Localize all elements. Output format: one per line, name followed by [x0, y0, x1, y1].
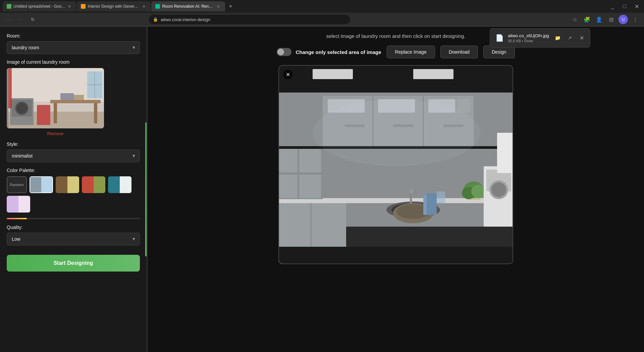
popup-file-icon: 📄	[495, 33, 504, 43]
svg-rect-20	[313, 69, 353, 79]
popup-info: aitwo.co_x6UjGfn.jpg 35.6 KB • Done	[508, 33, 549, 43]
lock-icon: 🔒	[153, 17, 158, 22]
extension-icon[interactable]: 🧩	[582, 15, 592, 24]
new-tab-button[interactable]: +	[226, 2, 235, 11]
swatch-2-left	[56, 176, 67, 193]
svg-rect-46	[427, 193, 437, 215]
palette-swatch-5[interactable]	[7, 196, 30, 213]
instruction-text: select image of laundry room and then cl…	[326, 33, 465, 39]
popup-open-button[interactable]: ↗	[565, 33, 575, 43]
swatch-5-right	[18, 196, 30, 213]
svg-rect-59	[299, 149, 321, 172]
tab-close-interior[interactable]: ✕	[141, 4, 147, 9]
tab-title-spreadsheet: Untitled spreadsheet - Goo...	[13, 4, 65, 9]
url-text: aitwo.co/ai-interior-design	[161, 17, 210, 22]
tab-bar: Untitled spreadsheet - Goo... ✕ Interior…	[0, 0, 644, 13]
popup-done-status: Done	[524, 39, 533, 43]
svg-point-9	[16, 103, 27, 114]
modal-close-button[interactable]: ✕	[283, 70, 292, 79]
main-content: select image of laundry room and then cl…	[148, 26, 644, 352]
palette-swatch-2[interactable]	[56, 176, 79, 193]
swatch-3-left	[82, 176, 94, 193]
tab-close-room[interactable]: ✕	[216, 4, 221, 9]
sidebar-icon[interactable]: ⊟	[606, 15, 616, 24]
quality-select-wrapper: Low Medium High ▼	[7, 233, 140, 245]
address-bar: ← → ↻ 🔒 aitwo.co/ai-interior-design ☆ 🧩 …	[0, 13, 644, 26]
start-designing-button[interactable]: Start Designing	[7, 255, 140, 272]
tab-title-interior: Interior Design with Generati...	[88, 4, 139, 9]
tab-title-room: Room Renovation AI: Renova...	[162, 4, 214, 9]
minimize-button[interactable]: _	[608, 2, 617, 11]
forward-button[interactable]: →	[16, 15, 25, 24]
svg-rect-56	[279, 247, 513, 263]
back-button[interactable]: ←	[4, 15, 13, 24]
tab-favicon-interior	[81, 4, 86, 9]
generated-image	[279, 66, 513, 263]
tab-favicon-room	[155, 4, 160, 9]
svg-rect-11	[50, 100, 101, 103]
download-button[interactable]: Download	[440, 46, 478, 58]
progress-bar	[7, 218, 140, 219]
toolbar-icons: ☆ 🧩 👤 ⊟ U ⋮	[570, 15, 640, 24]
palette-swatch-3[interactable]	[82, 176, 105, 193]
svg-point-62	[313, 99, 480, 166]
quality-select[interactable]: Low Medium High	[7, 233, 140, 245]
download-popup: 📄 aitwo.co_x6UjGfn.jpg 35.6 KB • Done 📁 …	[490, 28, 590, 48]
swatch-5-left	[7, 196, 18, 213]
palette-random-label: Random	[10, 183, 24, 187]
swatch-1-right	[41, 177, 52, 192]
swatch-4-left	[108, 176, 120, 193]
svg-point-54	[491, 182, 506, 197]
popup-status: 35.6 KB • Done	[508, 39, 549, 43]
toggle-label-text: Change only selected area of image	[296, 49, 381, 55]
swatch-4-right	[120, 176, 131, 193]
reload-button[interactable]: ↻	[28, 15, 38, 24]
room-image-upload[interactable]	[7, 68, 104, 128]
controls-row: Change only selected area of image Repla…	[277, 46, 515, 58]
style-select[interactable]: minimalist modern traditional scandinavi…	[7, 150, 140, 162]
settings-icon[interactable]: ⋮	[631, 15, 640, 24]
window-close-button[interactable]: ✕	[632, 2, 641, 11]
profile-icon[interactable]: 👤	[594, 15, 604, 24]
popup-close-button[interactable]: ✕	[577, 33, 587, 43]
toggle-container: Change only selected area of image	[277, 48, 381, 56]
swatch-2-right	[67, 176, 79, 193]
palette-random[interactable]: Random	[7, 176, 27, 193]
color-palette-section: Color Palette: Random	[7, 168, 140, 213]
room-label: Room:	[7, 33, 140, 39]
room-select[interactable]: laundry room bedroom living room kitchen…	[7, 41, 140, 54]
swatch-1-left	[30, 177, 41, 192]
tab-room-renovation[interactable]: Room Renovation AI: Renova... ✕	[151, 1, 225, 11]
green-accent-line	[145, 122, 147, 256]
popup-actions: 📁 ↗ ✕	[553, 33, 587, 43]
svg-rect-21	[413, 69, 453, 79]
toggle-switch[interactable]	[277, 48, 291, 56]
quality-label: Quality:	[7, 225, 140, 230]
svg-rect-58	[279, 149, 298, 172]
style-section: Style: minimalist modern traditional sca…	[7, 141, 140, 162]
palette-swatch-1[interactable]	[30, 176, 53, 193]
browser-chrome: Untitled spreadsheet - Goo... ✕ Interior…	[0, 0, 644, 26]
user-avatar[interactable]: U	[619, 15, 628, 24]
palette-label: Color Palette:	[7, 168, 140, 173]
replace-image-button[interactable]: Replace Image	[387, 46, 435, 58]
image-modal: ✕	[278, 65, 513, 264]
room-image-svg	[7, 68, 104, 128]
svg-rect-15	[74, 95, 84, 100]
popup-filename: aitwo.co_x6UjGfn.jpg	[508, 33, 549, 38]
palette-swatch-4[interactable]	[108, 176, 131, 193]
url-bar[interactable]: 🔒 aitwo.co/ai-interior-design	[149, 15, 350, 24]
popup-folder-button[interactable]: 📁	[553, 33, 562, 43]
tab-close-spreadsheet[interactable]: ✕	[67, 4, 72, 9]
tab-spreadsheet[interactable]: Untitled spreadsheet - Goo... ✕	[3, 1, 76, 11]
svg-rect-13	[94, 103, 97, 123]
bookmark-icon[interactable]: ☆	[570, 15, 580, 24]
maximize-button[interactable]: □	[620, 2, 629, 11]
tab-interior[interactable]: Interior Design with Generati... ✕	[77, 1, 151, 11]
tab-favicon-spreadsheet	[7, 4, 11, 9]
remove-image-link[interactable]: Remove	[7, 131, 104, 136]
style-select-wrapper: minimalist modern traditional scandinavi…	[7, 150, 140, 162]
progress-bar-fill	[7, 218, 27, 219]
generated-image-svg	[279, 66, 513, 263]
svg-rect-14	[60, 93, 74, 100]
